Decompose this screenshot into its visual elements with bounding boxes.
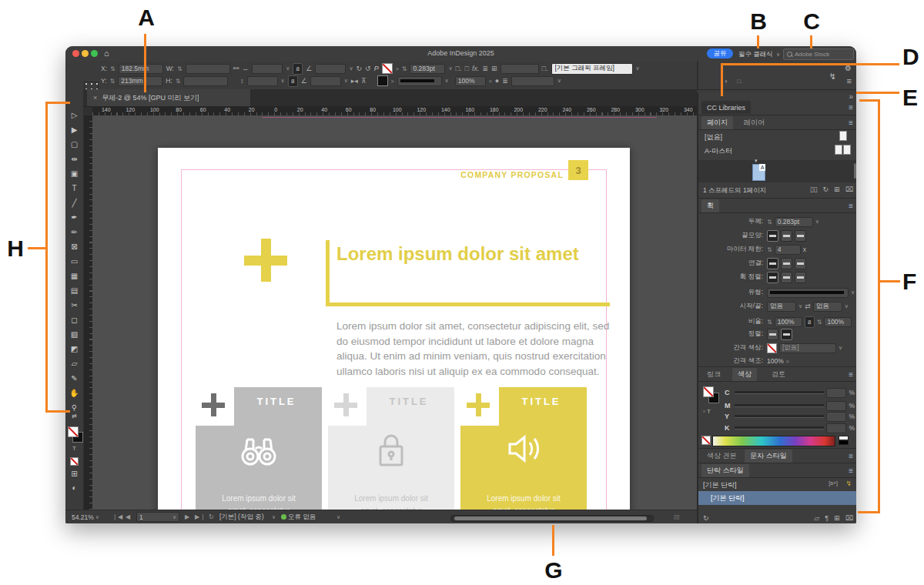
adobe-stock-search[interactable]: Adobe Stock xyxy=(783,48,854,60)
round-cap-button[interactable] xyxy=(781,230,792,242)
h-field[interactable] xyxy=(183,76,228,86)
hand-tool-button[interactable]: ✋ xyxy=(65,386,83,400)
more-icon[interactable]: > xyxy=(489,79,492,84)
w-stepper-icon[interactable]: ⇅ xyxy=(177,65,182,72)
fill-stroke-widget[interactable] xyxy=(68,426,82,442)
eyedropper-tool-button[interactable]: ✎ xyxy=(65,371,83,386)
tab-character-styles[interactable]: 문자 스타일 xyxy=(745,450,792,463)
content-collector-tool-button[interactable]: ▣ xyxy=(65,166,83,181)
gap-color-swatch[interactable] xyxy=(767,343,777,353)
swap-start-end-icon[interactable]: ⇄ xyxy=(805,303,811,310)
fill-swatch[interactable] xyxy=(703,386,714,397)
chevron-down-icon[interactable]: ∨ xyxy=(445,78,449,84)
rotate-ccw-icon[interactable]: ↺ xyxy=(365,65,371,72)
scale-start-field[interactable]: 100% xyxy=(775,317,802,327)
scale-end-field[interactable]: 100% xyxy=(824,317,852,327)
align-center-button[interactable] xyxy=(767,272,778,283)
text-wrap-icon[interactable]: ≣ xyxy=(502,78,508,85)
none-color-swatch[interactable] xyxy=(701,436,711,445)
spread-view-icon[interactable]: ▯▯ xyxy=(674,512,680,522)
tab-swatches[interactable]: 색상 견본 xyxy=(701,450,742,463)
chevron-down-icon[interactable]: ∨ xyxy=(448,65,452,72)
tab-pages[interactable]: 페이지 xyxy=(701,116,733,129)
table-tool-button[interactable]: ▤ xyxy=(65,283,83,298)
stepper-icon[interactable]: ⇅ xyxy=(767,319,772,326)
opacity-field[interactable]: 100% xyxy=(455,76,486,86)
stroke-type-dropdown[interactable] xyxy=(767,288,849,298)
tab-paragraph-styles[interactable]: 단락 스타일 xyxy=(701,464,749,477)
stepper-icon[interactable]: ⇅ xyxy=(817,319,822,326)
close-tab-icon[interactable]: × xyxy=(93,94,97,102)
scale-x-field[interactable] xyxy=(252,64,283,74)
update-style-icon[interactable]: ↻ xyxy=(703,514,709,522)
stroke-panel-menu-icon[interactable]: ≡ xyxy=(849,202,853,210)
line-tool-button[interactable]: ╱ xyxy=(65,196,83,210)
edit-page-size-icon[interactable]: ▯▯ xyxy=(810,186,818,193)
arrow-align-start-button[interactable] xyxy=(767,329,778,340)
vertical-ruler[interactable]: 0204060801001201401601802002202402602803… xyxy=(83,115,92,510)
paragraph-styles-menu-icon[interactable]: ≡ xyxy=(849,466,853,475)
x-stepper-icon[interactable]: ⇅ xyxy=(110,65,116,72)
rectangle-tool-button[interactable]: ▭ xyxy=(65,254,83,269)
scrollbar-thumb[interactable] xyxy=(454,516,647,520)
page-tool-button[interactable]: ▢ xyxy=(65,137,83,152)
status-chevron[interactable]: ∨ xyxy=(336,512,340,522)
gradient-feather-tool-button[interactable]: ◩ xyxy=(65,342,83,356)
wrap-dropdown[interactable] xyxy=(511,76,554,86)
yellow-slider[interactable] xyxy=(735,415,824,418)
chevron-down-icon[interactable]: ∨ xyxy=(851,289,855,296)
previous-page-button[interactable]: ◀ xyxy=(126,512,130,522)
y-field[interactable]: 213mm xyxy=(118,76,162,86)
pages-panel-menu-icon[interactable]: ≡ xyxy=(849,119,853,127)
apply-gradient-icon[interactable]: ⊞ xyxy=(65,470,83,478)
preflight-lightning-icon[interactable]: ↯ xyxy=(829,72,836,82)
selection-tool-button[interactable]: ▷ xyxy=(65,108,83,122)
chevron-down-icon[interactable]: ∨ xyxy=(815,219,819,225)
cyan-slider[interactable] xyxy=(735,391,824,394)
formatting-affects-icons[interactable]: ▫ T xyxy=(703,408,711,415)
miter-join-button[interactable] xyxy=(767,258,778,269)
effects-icon[interactable]: fx. xyxy=(472,65,480,72)
panel-scrollbar[interactable] xyxy=(854,163,856,179)
preview-mode-icon[interactable]: ◐ xyxy=(725,78,728,85)
select-container-icon[interactable]: P xyxy=(374,65,379,72)
profile-chevron[interactable]: ∨ xyxy=(272,512,276,522)
delete-style-icon[interactable]: ⌧ xyxy=(845,514,853,522)
more-icon[interactable]: > xyxy=(786,359,789,364)
pages-thumbnail-area[interactable]: ▾ A xyxy=(698,160,856,182)
constrain-wh-icon[interactable]: ⚯ xyxy=(233,65,239,72)
horizontal-scrollbar[interactable] xyxy=(450,515,654,522)
object-style-dropdown[interactable]: [기본 그래픽 프레임] xyxy=(551,63,633,75)
corner-options-icon[interactable]: □. xyxy=(456,65,462,72)
y-stepper-icon[interactable]: ⇅ xyxy=(110,78,116,85)
stroke-weight-field[interactable]: 0.283pt xyxy=(775,217,813,227)
butt-cap-button[interactable] xyxy=(767,230,778,242)
basic-paragraph-item[interactable]: [기본 단락] xyxy=(703,480,737,490)
arrow-align-end-button[interactable] xyxy=(781,329,792,340)
page-number-dropdown[interactable]: 1∨ xyxy=(136,512,179,522)
apply-none-swatch[interactable] xyxy=(70,457,79,466)
tab-stroke[interactable]: 획 xyxy=(701,199,719,212)
page-thumbnail[interactable]: A xyxy=(752,164,765,181)
gradient-swatch-tool-button[interactable]: ▧ xyxy=(65,327,83,342)
style-group-icon[interactable]: ▱ xyxy=(814,514,819,522)
grid-options-icon[interactable]: ⊞ xyxy=(491,65,497,72)
more-icon[interactable]: > xyxy=(396,66,399,72)
collapse-panels-icon[interactable]: » xyxy=(849,92,853,101)
x-field[interactable]: 182.5mm xyxy=(119,64,163,74)
rotate-spread-icon[interactable]: ↻ xyxy=(823,186,829,193)
selected-style-row[interactable]: [기본 단락] xyxy=(698,491,856,505)
screen-mode-icon[interactable]: ◐ xyxy=(65,483,83,492)
more-icon[interactable]: > xyxy=(391,79,394,84)
stroke-weight-field[interactable]: 0.283pt xyxy=(410,64,445,74)
master-none-item[interactable]: [없음] xyxy=(705,132,722,142)
color-panel-menu-icon[interactable]: ≡ xyxy=(849,370,853,379)
preflight-rotate-icon[interactable]: ↻ xyxy=(209,512,214,522)
frame-options-icon[interactable]: □ xyxy=(465,65,469,72)
stepper-icon[interactable]: ⇅ xyxy=(767,246,772,253)
gap-tool-button[interactable]: ⇹ xyxy=(65,152,83,166)
black-field[interactable] xyxy=(826,423,846,433)
cyan-field[interactable] xyxy=(826,388,846,398)
cc-libraries-menu-icon[interactable]: ≡ xyxy=(849,103,853,112)
flip-vertical-icon[interactable]: ⊼ xyxy=(361,78,367,85)
